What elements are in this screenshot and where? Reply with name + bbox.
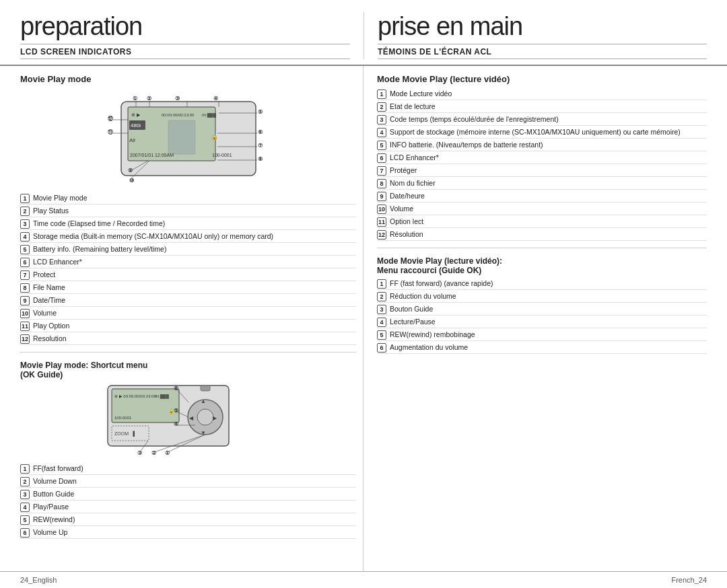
divider-fr bbox=[377, 248, 707, 248]
svg-text:▶: ▶ bbox=[213, 415, 217, 421]
shortcut-title-en: Movie Play mode: Shortcut menu(OK Guide) bbox=[20, 361, 356, 379]
svg-text:100-0001: 100-0001 bbox=[212, 153, 232, 157]
shortcut-menu-fr: Mode Movie Play (lecture vidéo):Menu rac… bbox=[377, 256, 707, 354]
camera-diagram-bottom: ⊕ ▶ 00:00:00/00:23:00 IN ▓▓▓ 🔒 100-0001 … bbox=[101, 382, 276, 460]
svg-text:⑥: ⑥ bbox=[258, 129, 263, 135]
svg-text:⑤: ⑤ bbox=[258, 109, 263, 115]
title-french: prise en main bbox=[378, 12, 707, 44]
list-item: 1FF(fast forward) bbox=[20, 463, 356, 475]
list-item: 5INFO batterie. (Niveau/temps de batteri… bbox=[377, 139, 707, 151]
list-item: 6Augmentation du volume bbox=[377, 342, 707, 354]
list-item: 4Support de stockage (mémoire interne (S… bbox=[377, 126, 707, 139]
main-content: Movie Play mode ⊕ ▶ 00:00:00/00:23:00 bbox=[0, 66, 727, 571]
svg-text:00:00:00/00:23:00: 00:00:00/00:23:00 bbox=[162, 113, 195, 117]
list-item: 1Mode Lecture vidéo bbox=[377, 88, 707, 100]
svg-text:⑨: ⑨ bbox=[128, 168, 133, 174]
svg-text:⊕ ▶: ⊕ ▶ bbox=[131, 112, 141, 117]
section-title-french: TÉMOINS DE L'ÉCRAN ACL bbox=[378, 47, 707, 59]
list-item: 9Date/Time bbox=[20, 295, 356, 307]
svg-text:ZOOM: ZOOM bbox=[114, 431, 129, 436]
shortcut-list-fr: 1FF (fast forward) (avance rapide) 2Rédu… bbox=[377, 278, 707, 354]
movie-play-mode-en: Movie Play mode ⊕ ▶ 00:00:00/00:23:00 bbox=[20, 74, 356, 345]
svg-text:2007/01/01 12:00AM: 2007/01/01 12:00AM bbox=[130, 153, 174, 157]
svg-rect-5 bbox=[168, 120, 195, 154]
list-item: 1FF (fast forward) (avance rapide) bbox=[377, 278, 707, 290]
svg-text:100-0001: 100-0001 bbox=[114, 416, 132, 420]
svg-text:①: ① bbox=[165, 450, 170, 456]
list-item: 4Play/Pause bbox=[20, 501, 356, 513]
svg-text:⑫: ⑫ bbox=[108, 116, 114, 122]
svg-text:②: ② bbox=[147, 96, 151, 102]
camera-diagram-top: ⊕ ▶ 00:00:00/00:23:00 IN ▓▓▓ 🔒 480i All bbox=[88, 88, 289, 189]
list-item: 2Etat de lecture bbox=[377, 101, 707, 113]
svg-text:IN ▓▓▓: IN ▓▓▓ bbox=[155, 394, 169, 399]
page: preparation LCD SCREEN INDICATORS prise … bbox=[0, 0, 727, 588]
svg-text:③: ③ bbox=[137, 450, 142, 456]
svg-text:▼: ▼ bbox=[201, 430, 206, 436]
svg-text:⑥: ⑥ bbox=[174, 385, 178, 392]
list-item: 10Volume bbox=[377, 203, 707, 215]
list-item: 12Resolution bbox=[20, 333, 356, 345]
header-right: prise en main TÉMOINS DE L'ÉCRAN ACL bbox=[364, 12, 707, 59]
list-item: 5Battery info. (Remaining battery level/… bbox=[20, 244, 356, 256]
svg-text:⑩: ⑩ bbox=[129, 178, 134, 184]
list-item: 6LCD Enhancer* bbox=[377, 152, 707, 164]
svg-text:480i: 480i bbox=[131, 122, 141, 128]
footer-right: French_24 bbox=[671, 576, 707, 584]
list-item: 6Volume Up bbox=[20, 527, 356, 539]
footer: 24_English French_24 bbox=[0, 571, 727, 588]
list-item: 2Volume Down bbox=[20, 476, 356, 488]
svg-text:⑪: ⑪ bbox=[108, 129, 114, 135]
svg-text:③: ③ bbox=[175, 96, 180, 102]
section-title-english: LCD SCREEN INDICATORS bbox=[20, 47, 350, 59]
header-left: preparation LCD SCREEN INDICATORS bbox=[20, 12, 364, 59]
list-item: 7Protect bbox=[20, 269, 356, 281]
list-item: 1Movie Play mode bbox=[20, 192, 356, 205]
col-right: Mode Movie Play (lecture vidéo) 1Mode Le… bbox=[364, 66, 707, 571]
list-item: 3Time code (Elapsed time / Recorded time… bbox=[20, 218, 356, 230]
title-english: preparation bbox=[20, 12, 350, 44]
list-item: 3Bouton Guide bbox=[377, 303, 707, 316]
list-item: 3Button Guide bbox=[20, 488, 356, 501]
list-item: 8File Name bbox=[20, 282, 356, 294]
svg-rect-51 bbox=[201, 385, 210, 391]
diagram-bottom-en: ⊕ ▶ 00:00:00/00:23:00 IN ▓▓▓ 🔒 100-0001 … bbox=[20, 382, 356, 463]
list-item: 4Storage media (Built-in memory (SC-MX10… bbox=[20, 231, 356, 243]
svg-text:◀: ◀ bbox=[189, 415, 194, 421]
list-item: 3Code temps (temps écoulé/durée de l'enr… bbox=[377, 114, 707, 126]
list-item: 4Lecture/Pause bbox=[377, 316, 707, 328]
list-item: 6LCD Enhancer* bbox=[20, 256, 356, 268]
movie-play-list-fr: 1Mode Lecture vidéo 2Etat de lecture 3Co… bbox=[377, 88, 707, 241]
svg-text:IN ▓▓▓: IN ▓▓▓ bbox=[202, 113, 216, 118]
divider-en bbox=[20, 352, 356, 353]
list-item: 10Volume bbox=[20, 307, 356, 320]
svg-text:▲: ▲ bbox=[201, 398, 206, 404]
svg-text:⑧: ⑧ bbox=[258, 156, 263, 162]
list-item: 11Option lect bbox=[377, 216, 707, 228]
shortcut-menu-en: Movie Play mode: Shortcut menu(OK Guide)… bbox=[20, 361, 356, 539]
list-item: 7Protéger bbox=[377, 165, 707, 177]
movie-play-title-fr: Mode Movie Play (lecture vidéo) bbox=[377, 74, 707, 84]
diagram-top-en: ⊕ ▶ 00:00:00/00:23:00 IN ▓▓▓ 🔒 480i All bbox=[20, 88, 356, 192]
footer-left: 24_English bbox=[20, 576, 57, 584]
svg-text:④: ④ bbox=[213, 96, 218, 102]
header: preparation LCD SCREEN INDICATORS prise … bbox=[0, 0, 727, 66]
svg-text:⑦: ⑦ bbox=[258, 143, 263, 149]
list-item: 2Play Status bbox=[20, 205, 356, 217]
col-left: Movie Play mode ⊕ ▶ 00:00:00/00:23:00 bbox=[20, 66, 364, 571]
list-item: 2Réduction du volume bbox=[377, 291, 707, 303]
list-item: 12Résolution bbox=[377, 229, 707, 241]
svg-point-46 bbox=[197, 409, 213, 425]
svg-text:⑤: ⑤ bbox=[174, 408, 178, 414]
shortcut-list-en: 1FF(fast forward) 2Volume Down 3Button G… bbox=[20, 463, 356, 539]
svg-text:④: ④ bbox=[174, 421, 178, 427]
svg-text:🔒: 🔒 bbox=[211, 133, 219, 141]
list-item: 8Nom du fichier bbox=[377, 178, 707, 190]
movie-play-mode-fr: Mode Movie Play (lecture vidéo) 1Mode Le… bbox=[377, 74, 707, 241]
movie-play-list-en: 1Movie Play mode 2Play Status 3Time code… bbox=[20, 192, 356, 345]
movie-play-title-en: Movie Play mode bbox=[20, 74, 356, 84]
svg-text:All: All bbox=[129, 137, 135, 143]
list-item: 9Date/heure bbox=[377, 190, 707, 203]
list-item: 11Play Option bbox=[20, 320, 356, 332]
list-item: 5REW(rewind) bbox=[20, 514, 356, 526]
